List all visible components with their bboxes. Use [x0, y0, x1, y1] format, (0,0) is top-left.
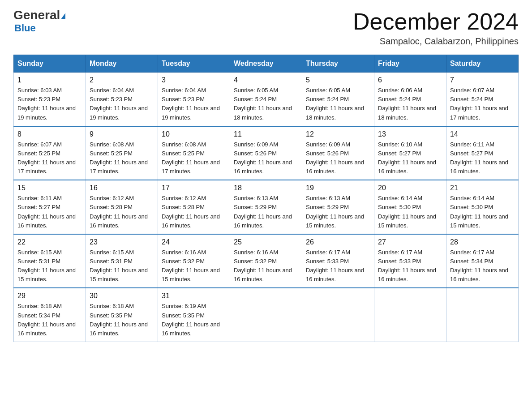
table-row: 17 Sunrise: 6:12 AM Sunset: 5:28 PM Dayl…	[158, 180, 230, 234]
day-number: 25	[234, 238, 298, 246]
day-number: 19	[306, 184, 370, 192]
day-number: 9	[90, 130, 154, 138]
day-number: 10	[162, 130, 226, 138]
day-info: Sunrise: 6:18 AM Sunset: 5:35 PM Dayligh…	[90, 302, 154, 338]
day-info: Sunrise: 6:15 AM Sunset: 5:31 PM Dayligh…	[90, 248, 154, 284]
day-info: Sunrise: 6:18 AM Sunset: 5:34 PM Dayligh…	[17, 302, 82, 338]
day-info: Sunrise: 6:13 AM Sunset: 5:29 PM Dayligh…	[306, 194, 370, 230]
table-row: 11 Sunrise: 6:09 AM Sunset: 5:26 PM Dayl…	[230, 126, 302, 180]
table-row: 22 Sunrise: 6:15 AM Sunset: 5:31 PM Dayl…	[14, 234, 86, 288]
day-number: 7	[450, 76, 515, 84]
day-number: 14	[450, 130, 515, 138]
table-row: 26 Sunrise: 6:17 AM Sunset: 5:33 PM Dayl…	[302, 234, 374, 288]
table-row	[230, 288, 302, 342]
day-number: 27	[378, 238, 442, 246]
day-info: Sunrise: 6:14 AM Sunset: 5:30 PM Dayligh…	[378, 194, 442, 230]
table-row: 6 Sunrise: 6:06 AM Sunset: 5:24 PM Dayli…	[374, 73, 446, 126]
logo-triangle-icon	[61, 13, 65, 19]
day-info: Sunrise: 6:09 AM Sunset: 5:26 PM Dayligh…	[306, 140, 370, 176]
table-row: 18 Sunrise: 6:13 AM Sunset: 5:29 PM Dayl…	[230, 180, 302, 234]
logo-general: General	[13, 8, 60, 22]
day-info: Sunrise: 6:12 AM Sunset: 5:28 PM Dayligh…	[90, 194, 154, 230]
day-number: 4	[234, 76, 298, 84]
day-info: Sunrise: 6:08 AM Sunset: 5:25 PM Dayligh…	[162, 140, 226, 176]
day-number: 21	[450, 184, 515, 192]
day-number: 18	[234, 184, 298, 192]
header-saturday: Saturday	[446, 55, 519, 73]
table-row: 14 Sunrise: 6:11 AM Sunset: 5:27 PM Dayl…	[446, 126, 519, 180]
table-row: 28 Sunrise: 6:17 AM Sunset: 5:34 PM Dayl…	[446, 234, 519, 288]
table-row: 30 Sunrise: 6:18 AM Sunset: 5:35 PM Dayl…	[86, 288, 158, 342]
day-info: Sunrise: 6:04 AM Sunset: 5:23 PM Dayligh…	[162, 86, 226, 122]
table-row: 5 Sunrise: 6:05 AM Sunset: 5:24 PM Dayli…	[302, 73, 374, 126]
day-info: Sunrise: 6:12 AM Sunset: 5:28 PM Dayligh…	[162, 194, 226, 230]
header-sunday: Sunday	[14, 55, 86, 73]
table-row	[302, 288, 374, 342]
header-friday: Friday	[374, 55, 446, 73]
day-info: Sunrise: 6:17 AM Sunset: 5:33 PM Dayligh…	[306, 248, 370, 284]
day-number: 11	[234, 130, 298, 138]
day-number: 8	[17, 130, 82, 138]
day-info: Sunrise: 6:04 AM Sunset: 5:23 PM Dayligh…	[90, 86, 154, 122]
day-number: 1	[17, 76, 82, 84]
day-info: Sunrise: 6:13 AM Sunset: 5:29 PM Dayligh…	[234, 194, 298, 230]
month-title: December 2024	[353, 9, 519, 34]
header-thursday: Thursday	[302, 55, 374, 73]
day-number: 17	[162, 184, 226, 192]
day-number: 31	[162, 292, 226, 300]
location-subtitle: Sampaloc, Calabarzon, Philippines	[353, 36, 519, 47]
calendar-week-2: 8 Sunrise: 6:07 AM Sunset: 5:25 PM Dayli…	[14, 126, 519, 180]
day-info: Sunrise: 6:07 AM Sunset: 5:25 PM Dayligh…	[17, 140, 82, 176]
page-header: General Blue December 2024 Sampaloc, Cal…	[13, 9, 519, 47]
day-info: Sunrise: 6:10 AM Sunset: 5:27 PM Dayligh…	[378, 140, 442, 176]
day-number: 24	[162, 238, 226, 246]
day-info: Sunrise: 6:17 AM Sunset: 5:34 PM Dayligh…	[450, 248, 515, 284]
table-row: 4 Sunrise: 6:05 AM Sunset: 5:24 PM Dayli…	[230, 73, 302, 126]
day-info: Sunrise: 6:14 AM Sunset: 5:30 PM Dayligh…	[450, 194, 515, 230]
calendar-header-row: Sunday Monday Tuesday Wednesday Thursday…	[14, 55, 519, 73]
day-info: Sunrise: 6:11 AM Sunset: 5:27 PM Dayligh…	[17, 194, 82, 230]
day-number: 30	[90, 292, 154, 300]
calendar-week-5: 29 Sunrise: 6:18 AM Sunset: 5:34 PM Dayl…	[14, 288, 519, 342]
day-info: Sunrise: 6:08 AM Sunset: 5:25 PM Dayligh…	[90, 140, 154, 176]
calendar-table: Sunday Monday Tuesday Wednesday Thursday…	[13, 55, 519, 342]
header-tuesday: Tuesday	[158, 55, 230, 73]
day-number: 12	[306, 130, 370, 138]
table-row: 2 Sunrise: 6:04 AM Sunset: 5:23 PM Dayli…	[86, 73, 158, 126]
table-row: 15 Sunrise: 6:11 AM Sunset: 5:27 PM Dayl…	[14, 180, 86, 234]
table-row: 27 Sunrise: 6:17 AM Sunset: 5:33 PM Dayl…	[374, 234, 446, 288]
table-row: 19 Sunrise: 6:13 AM Sunset: 5:29 PM Dayl…	[302, 180, 374, 234]
day-number: 15	[17, 184, 82, 192]
day-number: 5	[306, 76, 370, 84]
day-number: 6	[378, 76, 442, 84]
table-row: 10 Sunrise: 6:08 AM Sunset: 5:25 PM Dayl…	[158, 126, 230, 180]
table-row: 1 Sunrise: 6:03 AM Sunset: 5:23 PM Dayli…	[14, 73, 86, 126]
logo-blue: Blue	[13, 22, 36, 34]
day-info: Sunrise: 6:07 AM Sunset: 5:24 PM Dayligh…	[450, 86, 515, 122]
table-row: 3 Sunrise: 6:04 AM Sunset: 5:23 PM Dayli…	[158, 73, 230, 126]
day-info: Sunrise: 6:05 AM Sunset: 5:24 PM Dayligh…	[306, 86, 370, 122]
table-row: 16 Sunrise: 6:12 AM Sunset: 5:28 PM Dayl…	[86, 180, 158, 234]
day-number: 13	[378, 130, 442, 138]
day-info: Sunrise: 6:16 AM Sunset: 5:32 PM Dayligh…	[234, 248, 298, 284]
table-row: 7 Sunrise: 6:07 AM Sunset: 5:24 PM Dayli…	[446, 73, 519, 126]
day-number: 22	[17, 238, 82, 246]
table-row: 24 Sunrise: 6:16 AM Sunset: 5:32 PM Dayl…	[158, 234, 230, 288]
day-number: 16	[90, 184, 154, 192]
day-info: Sunrise: 6:03 AM Sunset: 5:23 PM Dayligh…	[17, 86, 82, 122]
table-row	[374, 288, 446, 342]
table-row: 12 Sunrise: 6:09 AM Sunset: 5:26 PM Dayl…	[302, 126, 374, 180]
table-row: 31 Sunrise: 6:19 AM Sunset: 5:35 PM Dayl…	[158, 288, 230, 342]
day-info: Sunrise: 6:11 AM Sunset: 5:27 PM Dayligh…	[450, 140, 515, 176]
day-number: 3	[162, 76, 226, 84]
table-row: 13 Sunrise: 6:10 AM Sunset: 5:27 PM Dayl…	[374, 126, 446, 180]
day-info: Sunrise: 6:05 AM Sunset: 5:24 PM Dayligh…	[234, 86, 298, 122]
header-wednesday: Wednesday	[230, 55, 302, 73]
day-info: Sunrise: 6:09 AM Sunset: 5:26 PM Dayligh…	[234, 140, 298, 176]
day-info: Sunrise: 6:06 AM Sunset: 5:24 PM Dayligh…	[378, 86, 442, 122]
day-number: 26	[306, 238, 370, 246]
logo: General Blue	[13, 9, 65, 34]
table-row: 9 Sunrise: 6:08 AM Sunset: 5:25 PM Dayli…	[86, 126, 158, 180]
calendar-week-3: 15 Sunrise: 6:11 AM Sunset: 5:27 PM Dayl…	[14, 180, 519, 234]
table-row: 23 Sunrise: 6:15 AM Sunset: 5:31 PM Dayl…	[86, 234, 158, 288]
